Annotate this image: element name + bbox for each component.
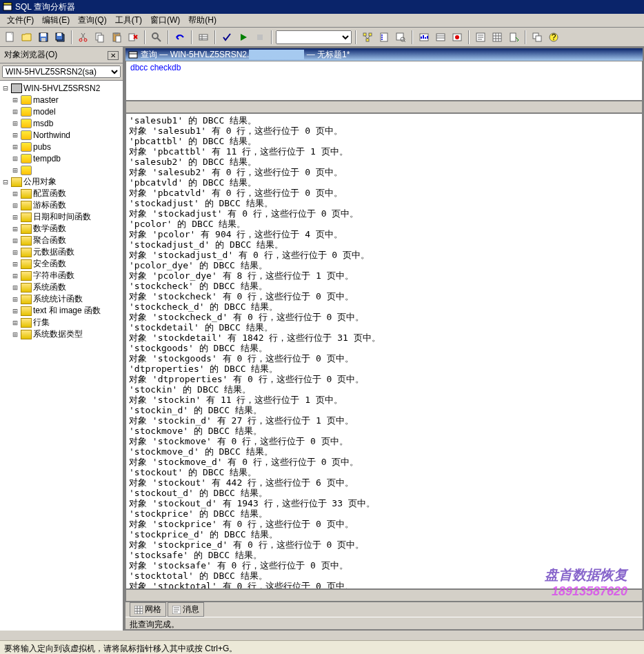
object-browser-panel: 对象浏览器(O) ✕ WIN-5HVLZ5SRSN2(sa) ⊟WIN-5HVL… [0, 47, 124, 631]
new-query-button[interactable] [3, 30, 18, 45]
sql-editor[interactable]: dbcc checkdb [125, 61, 643, 101]
window-list-button[interactable] [530, 30, 545, 45]
tree-folder-8[interactable]: ⊞系统函数 [1, 281, 121, 293]
tree-folder-6[interactable]: ⊞安全函数 [1, 258, 121, 270]
menu-window[interactable]: 窗口(W) [146, 13, 184, 28]
folder-icon [21, 236, 32, 246]
tree-db-3[interactable]: ⊞Northwind [1, 129, 121, 141]
object-browser-button[interactable] [376, 30, 392, 45]
expand-icon[interactable]: ⊞ [11, 318, 19, 328]
folder-icon [21, 201, 32, 210]
help-button[interactable]: ? [546, 30, 561, 45]
save-all-button[interactable] [52, 30, 68, 45]
svg-point-32 [455, 35, 459, 39]
expand-icon[interactable]: ⊞ [11, 236, 19, 246]
expand-icon[interactable]: ⊞ [11, 166, 19, 175]
tree-server[interactable]: ⊟WIN-5HVLZ5SRSN2 [1, 82, 121, 94]
execute-button[interactable] [236, 30, 251, 45]
db-icon [21, 95, 32, 105]
copy-button[interactable] [92, 30, 108, 45]
tree-folder-3[interactable]: ⊞数学函数 [1, 223, 121, 235]
expand-icon[interactable]: ⊞ [11, 107, 19, 117]
expand-icon[interactable]: ⊞ [11, 271, 19, 281]
tree-label: 字符串函数 [33, 270, 74, 281]
menu-help[interactable]: 帮助(H) [184, 13, 221, 28]
expand-icon[interactable]: ⊞ [11, 95, 19, 105]
object-tree[interactable]: ⊟WIN-5HVLZ5SRSN2⊞master⊞model⊞msdb⊞North… [0, 81, 123, 631]
menu-tools[interactable]: 工具(T) [111, 13, 146, 28]
results-grid-button[interactable] [490, 30, 505, 45]
stop-button[interactable] [252, 30, 268, 45]
close-panel-icon[interactable]: ✕ [108, 51, 119, 60]
object-search-button[interactable] [393, 30, 408, 45]
db-icon [21, 142, 32, 152]
expand-icon[interactable]: ⊞ [11, 224, 19, 234]
expand-icon[interactable]: ⊞ [11, 212, 19, 222]
tree-folder-12[interactable]: ⊞系统数据类型 [1, 328, 121, 340]
watermark: 盘首数据恢复 18913587620 [545, 566, 627, 599]
show-client-stats-button[interactable] [450, 30, 465, 45]
sql-scrollbar-horizontal[interactable] [125, 101, 643, 113]
results-text-button[interactable] [473, 30, 488, 45]
tree-folder-10[interactable]: ⊞text 和 image 函数 [1, 305, 121, 317]
expand-icon[interactable]: ⊞ [11, 119, 19, 128]
title-bar: SQL 查询分析器 [0, 0, 644, 14]
tree-db-0[interactable]: ⊞master [1, 94, 121, 106]
tree-label: 元数据函数 [33, 246, 74, 258]
open-button[interactable] [19, 30, 34, 45]
expand-icon[interactable]: ⊞ [11, 248, 19, 257]
tree-folder-9[interactable]: ⊞系统统计函数 [1, 293, 121, 305]
tree-db-4[interactable]: ⊞pubs [1, 141, 121, 152]
execute-mode-button[interactable] [196, 30, 211, 45]
expand-icon[interactable]: ⊞ [11, 201, 19, 210]
estimated-plan-button[interactable] [360, 30, 375, 45]
expand-icon[interactable]: ⊞ [11, 330, 19, 339]
folder-icon [21, 189, 32, 199]
toolbar: ? [0, 28, 644, 47]
expand-icon[interactable]: ⊞ [11, 295, 19, 304]
expand-icon[interactable]: ⊞ [11, 189, 19, 199]
tree-db-6[interactable]: ⊞ [1, 164, 121, 176]
menu-query[interactable]: 查询(Q) [74, 13, 110, 28]
tree-folder-1[interactable]: ⊞游标函数 [1, 199, 121, 211]
tree-db-1[interactable]: ⊞model [1, 106, 121, 117]
expand-icon[interactable]: ⊞ [11, 130, 19, 140]
find-button[interactable] [149, 30, 164, 45]
expand-icon[interactable]: ⊟ [1, 83, 10, 93]
expand-icon[interactable]: ⊞ [11, 142, 19, 152]
database-combo[interactable] [276, 30, 352, 44]
expand-icon[interactable]: ⊞ [11, 154, 19, 164]
menu-file[interactable]: 文件(F) [3, 13, 38, 28]
tree-folder-7[interactable]: ⊞字符串函数 [1, 270, 121, 281]
tree-folder-5[interactable]: ⊞元数据函数 [1, 246, 121, 258]
tab-messages[interactable]: 消息 [168, 602, 204, 617]
tree-folder-11[interactable]: ⊞行集 [1, 317, 121, 328]
save-button[interactable] [36, 30, 51, 45]
svg-rect-21 [369, 33, 372, 36]
tab-grid[interactable]: 网格 [130, 602, 166, 617]
tree-db-5[interactable]: ⊞tempdb [1, 152, 121, 164]
db-icon [21, 130, 32, 140]
tree-folder-2[interactable]: ⊞日期和时间函数 [1, 211, 121, 223]
svg-rect-19 [257, 34, 263, 40]
results-file-button[interactable] [506, 30, 521, 45]
tree-common[interactable]: ⊟公用对象 [1, 176, 121, 188]
paste-button[interactable] [109, 30, 124, 45]
tree-folder-4[interactable]: ⊞聚合函数 [1, 235, 121, 246]
expand-icon[interactable]: ⊞ [11, 283, 19, 293]
expand-icon[interactable]: ⊞ [11, 259, 19, 269]
expand-icon[interactable]: ⊞ [11, 306, 19, 316]
menu-edit[interactable]: 编辑(E) [38, 13, 74, 28]
show-trace-button[interactable] [433, 30, 448, 45]
tree-folder-0[interactable]: ⊞配置函数 [1, 188, 121, 199]
folder-icon [21, 330, 32, 339]
undo-button[interactable] [172, 30, 188, 45]
results-pane[interactable]: 'salesub1' 的 DBCC 结果。 对象 'salesub1' 有 0 … [125, 113, 643, 589]
expand-icon[interactable]: ⊟ [1, 177, 10, 187]
cut-button[interactable] [76, 30, 91, 45]
tree-db-2[interactable]: ⊞msdb [1, 117, 121, 129]
clear-button[interactable] [125, 30, 141, 45]
parse-button[interactable] [219, 30, 234, 45]
connection-combo[interactable]: WIN-5HVLZ5SRSN2(sa) [2, 66, 121, 78]
display-plan-button[interactable] [416, 30, 432, 45]
